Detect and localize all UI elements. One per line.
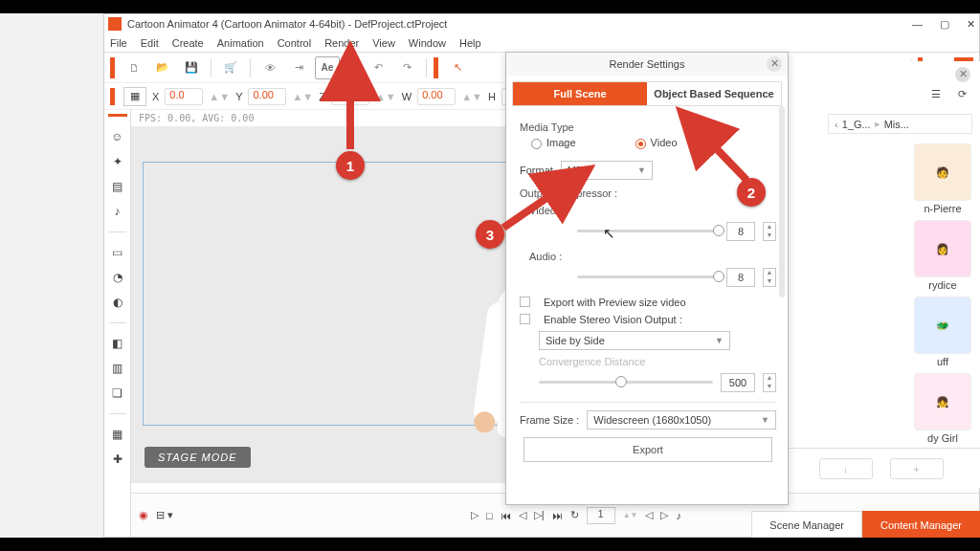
content-item[interactable]: 👩rydice bbox=[910, 220, 975, 291]
next-frame-button[interactable]: ▷| bbox=[534, 509, 545, 521]
panel-icon[interactable]: ☰ bbox=[931, 88, 941, 100]
content-item[interactable]: 🧑n-Pierre bbox=[910, 143, 975, 214]
video-quality-value[interactable]: 8 bbox=[726, 222, 755, 241]
audio-quality-slider[interactable] bbox=[577, 276, 719, 278]
menu-create[interactable]: Create bbox=[172, 37, 204, 49]
w-field[interactable]: 0.00 bbox=[417, 88, 456, 105]
z-label: Z bbox=[319, 91, 325, 102]
dialog-title: Render Settings ✕ bbox=[506, 53, 788, 76]
actor-tool-icon[interactable]: ☺ bbox=[109, 128, 126, 145]
audio-quality-value[interactable]: 8 bbox=[726, 268, 755, 287]
add-button[interactable]: ＋ bbox=[890, 458, 944, 479]
content-item[interactable]: 👧dy Girl bbox=[910, 373, 975, 444]
menu-control[interactable]: Control bbox=[278, 37, 311, 49]
stop-button[interactable]: □ bbox=[486, 510, 493, 521]
stage-mode-badge: STAGE MODE bbox=[145, 447, 251, 468]
tool-icon[interactable]: ▭ bbox=[109, 244, 126, 261]
maximize-button[interactable]: ▢ bbox=[940, 18, 949, 31]
open-project-button[interactable]: 📂 bbox=[150, 56, 175, 79]
menu-render[interactable]: Render bbox=[324, 37, 359, 49]
record-button[interactable]: ◉ bbox=[139, 509, 148, 521]
render-video-button[interactable]: ⇥ bbox=[286, 56, 311, 79]
item-label: uff bbox=[937, 356, 948, 367]
audio-tool-icon[interactable]: ♪ bbox=[109, 203, 126, 220]
timeline-mode-icon[interactable]: ⊟ ▾ bbox=[156, 509, 173, 521]
tab-scene-manager[interactable]: Scene Manager bbox=[751, 511, 862, 538]
marketplace-button[interactable]: 🛒 bbox=[218, 56, 243, 79]
svg-line-2 bbox=[503, 182, 570, 228]
preview-button[interactable]: 👁 bbox=[257, 56, 282, 79]
scrollbar[interactable] bbox=[779, 106, 785, 298]
undo-button[interactable]: ↶ bbox=[366, 56, 390, 79]
export-ae-button[interactable]: Ae bbox=[315, 56, 340, 79]
grid-icon[interactable]: ▦ bbox=[123, 87, 146, 106]
tool-icon[interactable]: ◧ bbox=[109, 335, 126, 352]
first-frame-button[interactable]: ⏮ bbox=[501, 510, 511, 521]
frame-size-label: Frame Size : bbox=[520, 414, 579, 426]
export-preview-label: Export with Preview size video bbox=[544, 297, 686, 308]
crumb-part[interactable]: Mis... bbox=[884, 119, 909, 130]
minimize-button[interactable]: — bbox=[912, 18, 923, 31]
toolbar-accent bbox=[434, 57, 438, 78]
stereo-label: Enable Stereo Vision Output : bbox=[544, 314, 682, 325]
tool-icon[interactable]: ❏ bbox=[109, 385, 126, 402]
tool-icon[interactable]: ◐ bbox=[109, 294, 126, 311]
export-button[interactable]: Export bbox=[523, 437, 772, 462]
x-field[interactable]: 0.0 bbox=[165, 88, 203, 105]
menu-window[interactable]: Window bbox=[409, 37, 446, 49]
menu-file[interactable]: File bbox=[110, 37, 127, 49]
h-label: H bbox=[488, 91, 496, 102]
layer-tool-icon[interactable]: ▤ bbox=[109, 178, 126, 195]
panel-refresh-icon[interactable]: ⟳ bbox=[958, 88, 967, 100]
content-item[interactable]: 🐲uff bbox=[910, 297, 975, 367]
radio-image[interactable]: Image bbox=[531, 137, 576, 149]
play-button[interactable]: ▷ bbox=[471, 509, 479, 521]
tool-icon[interactable]: ◔ bbox=[109, 269, 126, 286]
stereo-checkbox[interactable] bbox=[520, 314, 530, 324]
menu-animation[interactable]: Animation bbox=[217, 37, 264, 49]
redo-button[interactable]: ↷ bbox=[394, 56, 419, 79]
convergence-slider bbox=[539, 381, 713, 384]
tool-icon[interactable]: ▥ bbox=[109, 360, 126, 377]
tab-object-sequence[interactable]: Object Based Sequence bbox=[647, 82, 781, 105]
crumb-part[interactable]: 1_G... bbox=[842, 119, 871, 130]
toolbar-accent bbox=[110, 57, 115, 78]
tab-full-scene[interactable]: Full Scene bbox=[513, 82, 647, 105]
breadcrumb[interactable]: ‹ 1_G... ▸ Mis... bbox=[828, 114, 972, 134]
tool-icon[interactable]: ✚ bbox=[109, 451, 126, 468]
close-button[interactable]: ✕ bbox=[967, 18, 975, 31]
menu-edit[interactable]: Edit bbox=[141, 37, 159, 49]
menubar: File Edit Create Animation Control Rende… bbox=[104, 33, 979, 53]
bone-tool-icon[interactable]: ✦ bbox=[109, 153, 126, 170]
last-frame-button[interactable]: ⏭ bbox=[552, 510, 563, 521]
prev-frame-button[interactable]: ◁ bbox=[519, 509, 526, 521]
dialog-close-icon[interactable]: ✕ bbox=[767, 56, 782, 72]
video-quality-spinner[interactable]: ▲▼ bbox=[763, 222, 776, 241]
current-frame-field[interactable]: 1 bbox=[587, 507, 615, 524]
audio-quality-spinner[interactable]: ▲▼ bbox=[763, 268, 776, 287]
convergence-label: Convergence Distance bbox=[520, 356, 776, 367]
menu-view[interactable]: View bbox=[372, 37, 395, 49]
next-key-button[interactable]: ▷ bbox=[660, 509, 668, 521]
audio-quality-label: Audio : bbox=[529, 251, 569, 262]
item-label: rydice bbox=[928, 279, 956, 291]
panel-close-icon[interactable]: ✕ bbox=[955, 67, 970, 82]
loop-button[interactable]: ↻ bbox=[570, 509, 579, 521]
apply-button[interactable]: ↓ bbox=[819, 458, 873, 479]
stereo-mode-select: Side by Side▼ bbox=[539, 331, 730, 350]
tab-content-manager[interactable]: Content Manager bbox=[862, 511, 980, 538]
annotation-arrow bbox=[339, 67, 362, 155]
save-project-button[interactable]: 💾 bbox=[179, 56, 204, 79]
y-field[interactable]: 0.00 bbox=[248, 88, 286, 105]
radio-video[interactable]: Video bbox=[635, 137, 678, 149]
menu-help[interactable]: Help bbox=[459, 37, 481, 49]
sound-button[interactable]: ♪ bbox=[676, 510, 681, 521]
tool-icon[interactable]: ▦ bbox=[109, 426, 126, 443]
video-quality-slider[interactable] bbox=[577, 230, 719, 232]
prev-key-button[interactable]: ◁ bbox=[645, 509, 653, 521]
w-label: W bbox=[402, 91, 412, 102]
new-project-button[interactable]: 🗋 bbox=[122, 56, 146, 79]
frame-size-select[interactable]: Widescreen (1680x1050)▼ bbox=[587, 410, 776, 430]
pointer-tool-button[interactable]: ↖ bbox=[445, 56, 470, 79]
cursor-icon: ↖ bbox=[603, 225, 615, 242]
